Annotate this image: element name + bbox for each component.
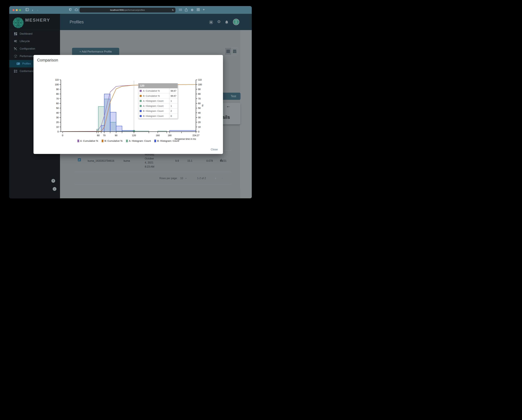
url-path: /performance/profiles [124,9,145,11]
pagination-range: 1-2 of 2 [197,177,206,180]
settings-gear-icon[interactable]: ⚙ [191,8,193,12]
sidebar-toggle-icon[interactable] [25,8,29,12]
svg-text:20: 20 [56,121,59,124]
svg-text:60: 60 [198,102,201,105]
zoom-window-button[interactable] [19,9,21,11]
tooltip-row: A: Histogram: Count1 [138,103,177,108]
comparison-chart[interactable]: 0010102020303040405050606070708080909010… [33,55,223,154]
sidebar-item-dashboard[interactable]: Dashboard [9,30,60,38]
profiles-icon [16,62,20,66]
page-title: Profiles [69,20,84,24]
series-swatch [140,115,142,117]
svg-text:160: 160 [156,134,160,137]
legend-swatch [102,140,103,142]
collapse-sidebar-button[interactable]: ‹ [53,187,56,191]
pagination: Rows per page: 10 ▼ 1-2 of 2 ‹ › [75,175,231,182]
svg-text:0: 0 [57,130,59,133]
svg-text:30: 30 [198,116,201,119]
performance-icon: SMP [14,54,17,58]
configuration-icon [14,47,17,51]
sidebar-item-lifecycle[interactable]: Lifecycle [9,38,60,45]
dashboard-icon [14,32,17,36]
forward-icon[interactable]: › [37,8,38,12]
url-bar[interactable]: localhost:9081/performance/profiles ↻ [79,8,176,13]
svg-text:SMP: SMP [15,57,17,58]
svg-text:100: 100 [198,83,202,86]
settings-gear-icon[interactable]: ⚙ [217,19,221,23]
add-performance-profile-button[interactable]: + Add Performance Profile [72,48,119,56]
back-arrow-icon[interactable]: ← [226,104,230,109]
sidebar-item-label: Performance [20,55,35,58]
rows-per-page-label: Rows per page: [159,177,177,180]
tooltip-row: A: Cumulative %98.67 [138,88,177,93]
close-button[interactable]: Close [210,148,219,151]
chart-legend: A: Cumulative %B: Cumulative %A: Histogr… [33,139,223,142]
user-avatar[interactable] [233,19,239,25]
previous-page-button[interactable]: ‹ [215,176,216,180]
sidebar-item-label: Lifecycle [20,40,30,43]
grid-view-toggle[interactable] [225,48,231,55]
tooltip-title: 120 [138,83,177,88]
app-header: Profiles ⚙ [60,14,252,30]
row-checkbox[interactable]: ✓ [78,158,81,161]
svg-text:0: 0 [62,134,63,137]
svg-text:70: 70 [198,97,201,100]
minimize-window-button[interactable] [16,9,18,11]
brand-wordmark: MESHERY [25,18,50,23]
date-cell: Monday, October 4, 2021 8:23 AM [145,152,164,169]
svg-text:110: 110 [55,78,59,81]
y2-axis-label: % [201,104,204,107]
help-button[interactable]: ? [51,179,55,183]
back-icon[interactable]: ‹ [32,8,33,12]
legend-item[interactable]: B: Histogram: Count [154,139,179,142]
tooltip-series-value: 1 [169,98,177,103]
tooltip-series-name: B: Histogram: Count [143,110,169,112]
mesh-cell: kuma [123,159,130,162]
legend-item[interactable]: A: Histogram: Count [126,139,151,142]
svg-text:70: 70 [103,134,106,137]
legend-item[interactable]: B: Cumulative % [102,139,123,142]
qps-cell: 9.9 [168,159,179,162]
sidebar-item-configuration[interactable]: Configuration [9,45,60,52]
reload-icon[interactable]: ↻ [172,8,174,13]
table-view-toggle[interactable] [231,48,238,55]
sidebar-item-label: Profiles [22,62,31,65]
tooltip-series-name: B: Histogram: Count [143,115,169,117]
svg-text:10: 10 [198,126,201,128]
svg-text:30: 30 [56,116,59,119]
tooltip-series-value: 98.67 [169,93,177,98]
bottom-divider [75,184,231,184]
shield-icon[interactable] [69,8,72,12]
sidebar-item-label: Configuration [20,47,35,50]
tab-overview-icon[interactable] [179,8,182,12]
svg-text:60: 60 [97,134,100,137]
tooltip-row: B: Histogram: Count2 [138,108,177,113]
tab-grid-icon[interactable] [197,8,200,12]
cloud-icon[interactable] [75,8,78,12]
rows-per-page-select[interactable]: 10 [180,177,183,180]
series-swatch [140,90,142,92]
tooltip-row: A: Histogram: Count1 [138,98,177,103]
share-icon[interactable] [185,8,187,12]
svg-text:0: 0 [198,130,199,133]
legend-label: B: Cumulative % [104,139,123,142]
profile-name-cell: kuma_1633353794616 [88,159,114,162]
legend-swatch [126,140,128,142]
view-results-chart-icon[interactable] [220,159,223,162]
close-window-button[interactable] [13,9,15,11]
mesh-adapters-icon[interactable] [209,20,213,24]
new-tab-icon[interactable]: + [203,8,205,12]
next-page-button[interactable]: › [222,176,223,180]
svg-text:224.27: 224.27 [192,134,200,137]
tooltip-series-name: A: Histogram: Count [143,105,169,107]
content-divider [240,92,240,188]
tooltip-series-name: A: Cumulative % [143,90,169,92]
p50-cell: 0.078 [201,159,213,162]
caret-down-icon[interactable]: ▼ [185,177,187,179]
svg-text:110: 110 [198,78,202,81]
notifications-bell-icon[interactable] [225,20,229,24]
svg-text:50: 50 [56,107,59,109]
legend-item[interactable]: A: Cumulative % [77,139,98,142]
svg-text:70: 70 [56,97,59,100]
svg-text:180: 180 [168,134,172,137]
